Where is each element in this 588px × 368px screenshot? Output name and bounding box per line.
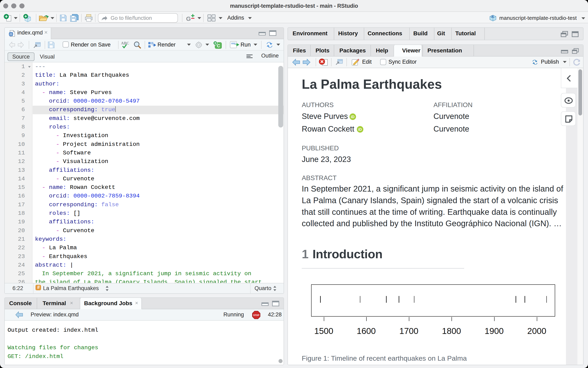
svg-text:iD: iD [358,128,362,132]
svg-text:ABC: ABC [121,41,129,45]
svg-text:R: R [491,15,494,18]
svg-text:G: G [186,15,191,22]
svg-text:iD: iD [351,115,354,119]
svg-text:C: C [217,43,220,48]
svg-text:STOP: STOP [253,314,259,316]
